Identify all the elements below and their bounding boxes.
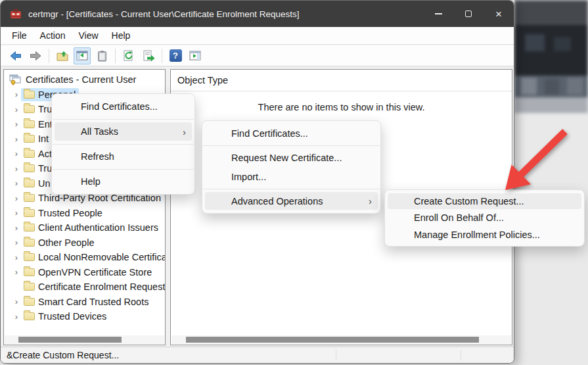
title-bar: certmgr - [Certificates - Current User\C… — [1, 1, 514, 27]
menu-separator — [53, 169, 194, 170]
tree-item-local-nonremovable[interactable]: › Local NonRemovable Certifica — [4, 250, 165, 265]
help-button[interactable]: ? — [167, 47, 184, 64]
submenu-arrow-icon: › — [183, 126, 186, 137]
maximize-button[interactable] — [453, 1, 484, 27]
show-action-pane-button[interactable] — [187, 47, 204, 64]
back-button[interactable] — [7, 47, 24, 64]
help-icon: ? — [170, 49, 182, 62]
context-menu-personal: Find Certificates... All Tasks › Refresh… — [51, 93, 195, 195]
chevron-right-icon[interactable]: › — [12, 179, 21, 187]
scrollbar-thumb[interactable] — [186, 337, 479, 343]
folder-icon — [24, 91, 35, 99]
menu-separator — [203, 189, 380, 189]
empty-view-message: There are no items to show in this view. — [171, 102, 512, 112]
chevron-right-icon[interactable]: › — [12, 194, 21, 203]
folder-icon — [24, 312, 35, 320]
status-bar: &Create Custom Request... — [1, 347, 514, 363]
tree-item-smart-card-trusted-roots[interactable]: › Smart Card Trusted Roots — [4, 295, 165, 310]
chevron-right-icon[interactable]: › — [12, 253, 21, 262]
export-list-button[interactable] — [140, 47, 157, 64]
clipboard-button[interactable] — [93, 47, 110, 64]
folder-icon — [24, 283, 35, 291]
menu-item-advanced-operations[interactable]: Advanced Operations › — [202, 191, 380, 210]
minimize-button[interactable] — [423, 1, 453, 27]
tree-item-other-people[interactable]: › Other People — [4, 235, 165, 251]
menu-item-request-new-certificate[interactable]: Request New Certificate... — [202, 148, 380, 167]
chevron-right-icon[interactable]: › — [12, 312, 21, 321]
chevron-right-icon[interactable]: › — [12, 238, 21, 247]
blurred-window-region — [514, 0, 588, 365]
all-tasks-submenu: Find Certificates... Request New Certifi… — [202, 120, 381, 214]
column-header-object-type[interactable]: Object Type — [171, 70, 512, 91]
folder-icon — [24, 150, 35, 158]
chevron-right-icon[interactable]: › — [12, 105, 21, 114]
refresh-button[interactable] — [120, 47, 137, 64]
menu-separator — [203, 145, 380, 146]
export-list-icon — [143, 50, 155, 62]
list-horizontal-scrollbar[interactable] — [171, 335, 511, 344]
menu-bar: File Action View Help — [1, 27, 514, 45]
minimize-icon — [435, 13, 442, 14]
menu-item-import[interactable]: Import... — [202, 167, 380, 186]
folder-icon — [24, 239, 35, 247]
tree-item-client-authentication-issuers[interactable]: › Client Authentication Issuers — [4, 220, 165, 235]
menu-item-find-certificates[interactable]: Find Certificates... — [202, 124, 380, 143]
submenu-arrow-icon: › — [369, 195, 372, 207]
tree-item-trusted-devices[interactable]: › Trusted Devices — [4, 309, 165, 324]
menu-separator — [53, 119, 194, 120]
chevron-right-icon[interactable]: › — [12, 297, 21, 306]
folder-icon — [24, 105, 35, 113]
menu-help[interactable]: Help — [105, 30, 137, 41]
chevron-right-icon[interactable]: › — [12, 120, 21, 128]
tree-item-certificate-enrolment-requests[interactable]: Certificate Enrolment Request — [4, 280, 165, 295]
toolbar-separator — [162, 49, 162, 63]
menu-file[interactable]: File — [5, 30, 34, 41]
forward-button[interactable] — [27, 47, 44, 64]
folder-icon — [24, 224, 35, 231]
chevron-right-icon[interactable]: › — [12, 135, 21, 143]
folder-icon — [24, 209, 35, 217]
status-text: &Create Custom Request... — [7, 350, 119, 360]
menu-item-help[interactable]: Help — [52, 172, 194, 191]
chevron-right-icon[interactable]: › — [12, 164, 21, 173]
menu-view[interactable]: View — [72, 30, 104, 41]
chevron-right-icon[interactable]: › — [12, 149, 21, 158]
menu-action[interactable]: Action — [34, 30, 72, 41]
menu-item-find-certificates[interactable]: Find Certificates... — [52, 97, 194, 116]
toolbar: ? — [1, 45, 514, 66]
back-icon — [9, 50, 22, 62]
chevron-right-icon[interactable]: › — [12, 268, 21, 276]
tree-item-trusted-people[interactable]: › Trusted People — [4, 206, 165, 221]
menu-separator — [53, 144, 194, 145]
status-divider — [336, 350, 336, 360]
certificates-root-icon — [9, 74, 21, 85]
menu-item-refresh[interactable]: Refresh — [52, 147, 194, 166]
tree-root-certificates-current-user[interactable]: Certificates - Current User — [4, 72, 165, 87]
up-one-level-icon — [56, 50, 69, 62]
maximize-icon — [465, 11, 472, 17]
menu-item-manage-enrollment-policies[interactable]: Manage Enrollment Policies... — [385, 226, 584, 243]
chevron-right-icon[interactable]: › — [12, 208, 21, 217]
chevron-right-icon[interactable]: › — [12, 90, 21, 99]
window-title: certmgr - [Certificates - Current User\C… — [28, 9, 300, 19]
menu-item-all-tasks[interactable]: All Tasks › — [52, 122, 194, 141]
close-button[interactable]: × — [484, 1, 514, 27]
certmgr-app-icon — [10, 9, 22, 19]
desktop-background — [514, 0, 588, 365]
folder-icon — [24, 253, 35, 261]
show-console-tree-button[interactable] — [74, 47, 91, 64]
menu-item-create-custom-request[interactable]: Create Custom Request... — [385, 193, 584, 210]
up-one-level-button[interactable] — [54, 47, 71, 64]
show-console-tree-icon — [76, 51, 88, 61]
refresh-icon — [123, 50, 135, 62]
menu-item-enroll-on-behalf-of[interactable]: Enroll On Behalf Of... — [385, 210, 584, 227]
tree-item-openvpn-certificate-store[interactable]: › OpenVPN Certificate Store — [4, 265, 165, 280]
folder-icon — [24, 164, 35, 172]
tree-horizontal-scrollbar[interactable] — [5, 335, 164, 344]
chevron-right-icon[interactable]: › — [12, 224, 21, 232]
toolbar-separator — [115, 49, 116, 63]
folder-icon — [24, 180, 35, 187]
toolbar-separator — [49, 49, 49, 63]
scrollbar-thumb[interactable] — [18, 337, 122, 343]
status-divider — [461, 350, 461, 360]
